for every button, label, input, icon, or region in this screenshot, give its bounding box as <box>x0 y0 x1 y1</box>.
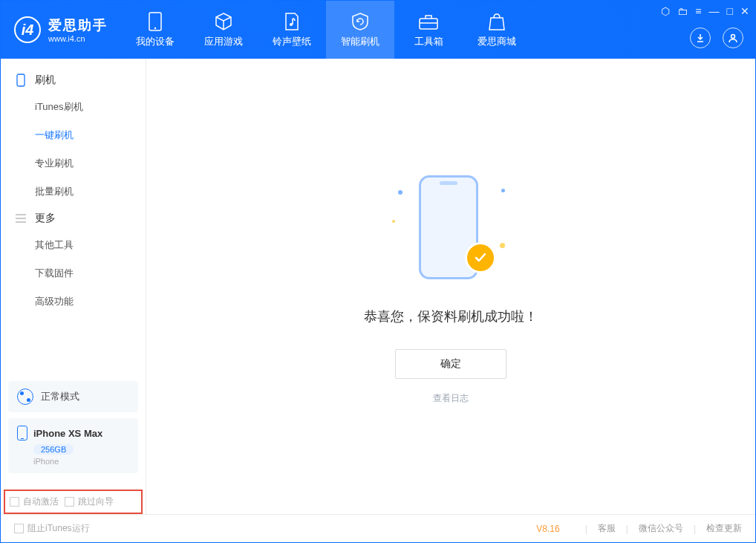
group-title: 刷机 <box>35 74 56 87</box>
svg-point-1 <box>154 27 156 29</box>
shirt-icon[interactable]: ⬡ <box>661 5 670 17</box>
success-message: 恭喜您，保资料刷机成功啦！ <box>364 308 538 325</box>
tab-label: 工具箱 <box>414 35 443 48</box>
sidebar-item-pro-flash[interactable]: 专业刷机 <box>1 149 146 178</box>
storage-badge: 256GB <box>33 444 74 455</box>
sidebar-item-advanced[interactable]: 高级功能 <box>1 287 146 316</box>
close-button[interactable]: ✕ <box>740 5 749 17</box>
cube-icon <box>214 11 233 32</box>
app-name-cn: 爱思助手 <box>48 16 108 34</box>
sidebar-item-other-tools[interactable]: 其他工具 <box>1 231 146 259</box>
tab-store[interactable]: 爱思商城 <box>463 1 531 59</box>
group-title: 更多 <box>35 212 56 225</box>
mode-box[interactable]: 正常模式 <box>8 381 138 412</box>
top-tabs: 我的设备 应用游戏 铃声壁纸 智能刷机 工具箱 爱思商城 <box>121 1 531 59</box>
decor-dot <box>398 190 403 195</box>
tab-toolbox[interactable]: 工具箱 <box>394 1 463 59</box>
checkbox-label: 自动激活 <box>23 495 59 508</box>
checkbox-label: 跳过向导 <box>78 495 114 508</box>
highlighted-options: 自动激活 跳过向导 <box>4 490 143 514</box>
phone-icon <box>17 426 27 440</box>
view-log-link[interactable]: 查看日志 <box>433 392 469 405</box>
device-name: iPhone XS Max <box>33 428 102 439</box>
device-type: iPhone <box>33 457 129 466</box>
device-icon <box>149 11 162 32</box>
separator: | <box>694 524 696 534</box>
decor-dot <box>392 220 395 223</box>
maximize-button[interactable]: □ <box>727 5 733 17</box>
minimize-button[interactable]: — <box>709 5 720 17</box>
success-illustration <box>403 168 499 287</box>
phone-icon <box>14 74 27 87</box>
svg-rect-5 <box>17 74 25 86</box>
checkbox-block-itunes[interactable]: 阻止iTunes运行 <box>14 522 90 535</box>
window-controls: ⬡ 🗀 ≡ — □ ✕ <box>661 5 749 17</box>
tab-label: 应用游戏 <box>204 35 243 48</box>
tab-label: 智能刷机 <box>341 35 379 48</box>
tab-my-device[interactable]: 我的设备 <box>121 1 189 59</box>
header-right-actions <box>690 27 743 48</box>
mode-icon <box>17 388 33 405</box>
body: 刷机 iTunes刷机 一键刷机 专业刷机 批量刷机 更多 其他工具 下载固件 … <box>1 59 755 514</box>
footer-link-support[interactable]: 客服 <box>598 522 616 535</box>
svg-point-2 <box>290 23 293 26</box>
user-button[interactable] <box>723 27 743 48</box>
svg-rect-3 <box>420 19 437 29</box>
mode-label: 正常模式 <box>41 390 79 403</box>
checkbox-label: 阻止iTunes运行 <box>27 522 90 535</box>
refresh-shield-icon <box>351 11 370 32</box>
svg-point-4 <box>731 35 735 39</box>
footer-link-wechat[interactable]: 微信公众号 <box>639 522 683 535</box>
tab-label: 我的设备 <box>136 35 175 48</box>
tab-apps-games[interactable]: 应用游戏 <box>189 1 258 59</box>
logo: i4 爱思助手 www.i4.cn <box>1 16 121 43</box>
app-window: i4 爱思助手 www.i4.cn 我的设备 应用游戏 铃声壁纸 智能刷机 <box>0 0 756 543</box>
sidebar-item-download-firmware[interactable]: 下载固件 <box>1 259 146 287</box>
music-file-icon <box>284 11 300 32</box>
tab-smart-flash[interactable]: 智能刷机 <box>326 1 394 59</box>
checkbox-skip-guide[interactable]: 跳过向导 <box>65 495 114 508</box>
header: i4 爱思助手 www.i4.cn 我的设备 应用游戏 铃声壁纸 智能刷机 <box>1 1 755 59</box>
check-badge-icon <box>465 242 496 273</box>
checkbox-icon <box>14 524 24 533</box>
bag-icon <box>488 11 506 32</box>
decor-dot <box>500 243 505 248</box>
logo-text: 爱思助手 www.i4.cn <box>48 16 108 43</box>
sidebar-group-more: 更多 <box>1 206 146 231</box>
sidebar-nav: 刷机 iTunes刷机 一键刷机 专业刷机 批量刷机 更多 其他工具 下载固件 … <box>1 59 146 374</box>
sidebar-item-itunes-flash[interactable]: iTunes刷机 <box>1 93 146 121</box>
sidebar-group-flash: 刷机 <box>1 68 146 93</box>
version-label: V8.16 <box>536 524 559 534</box>
app-name-en: www.i4.cn <box>48 34 108 43</box>
menu-icon[interactable]: ≡ <box>695 5 701 17</box>
toolbox-icon <box>418 11 439 32</box>
device-box[interactable]: iPhone XS Max 256GB iPhone <box>8 418 138 473</box>
main-content: 恭喜您，保资料刷机成功啦！ 确定 查看日志 <box>146 59 755 514</box>
tab-label: 爱思商城 <box>478 35 516 48</box>
sidebar-item-onekey-flash[interactable]: 一键刷机 <box>1 121 146 149</box>
confirm-button[interactable]: 确定 <box>395 349 506 379</box>
checkbox-auto-activate[interactable]: 自动激活 <box>10 495 59 508</box>
footer-link-update[interactable]: 检查更新 <box>706 522 742 535</box>
device-name-row: iPhone XS Max <box>17 426 129 440</box>
list-icon <box>14 212 27 225</box>
sidebar: 刷机 iTunes刷机 一键刷机 专业刷机 批量刷机 更多 其他工具 下载固件 … <box>1 59 146 514</box>
decor-dot <box>501 189 505 192</box>
logo-icon: i4 <box>14 16 41 43</box>
sidebar-bottom: 正常模式 iPhone XS Max 256GB iPhone <box>1 374 146 487</box>
checkbox-icon <box>65 497 74 507</box>
footer: 阻止iTunes运行 V8.16 | 客服 | 微信公众号 | 检查更新 <box>1 514 755 542</box>
tab-ringtone-wallpaper[interactable]: 铃声壁纸 <box>258 1 326 59</box>
separator: | <box>626 524 628 534</box>
tab-label: 铃声壁纸 <box>273 35 311 48</box>
download-button[interactable] <box>690 27 711 48</box>
sidebar-item-batch-flash[interactable]: 批量刷机 <box>1 178 146 206</box>
lock-icon[interactable]: 🗀 <box>677 5 688 17</box>
separator: | <box>585 524 587 534</box>
checkbox-icon <box>10 497 19 507</box>
